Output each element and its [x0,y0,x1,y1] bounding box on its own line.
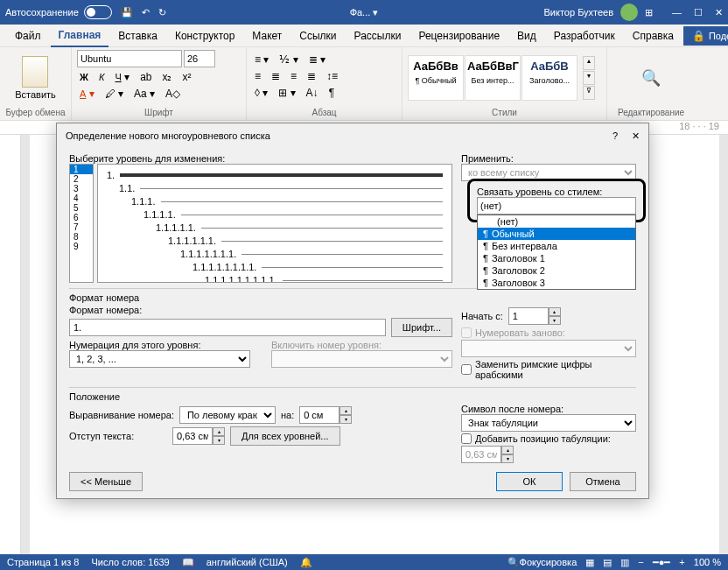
style-normal[interactable]: АаБбВв¶ Обычный [408,55,464,101]
bullets-button[interactable]: ≡ ▾ [252,53,271,67]
align-label: Выравнивание номера: [69,410,174,420]
tab-help[interactable]: Справка [625,25,682,46]
clear-format-button[interactable]: A◇ [163,87,183,101]
tab-review[interactable]: Рецензирование [410,25,508,46]
link-style-select[interactable] [477,197,636,215]
num-for-level-select[interactable]: 1, 2, 3, ... [69,350,250,368]
save-icon[interactable]: 💾 [121,7,133,18]
dialog-help-icon[interactable]: ? [612,130,618,142]
tab-design[interactable]: Конструктор [167,25,242,46]
show-marks-button[interactable]: ¶ [326,86,337,100]
user-name[interactable]: Виктор Бухтеев [544,7,613,18]
tab-mail[interactable]: Рассылки [346,25,410,46]
indent-label: Отступ текста: [69,431,167,441]
indent-input[interactable] [172,427,213,445]
view-print-icon[interactable]: ▤ [603,557,612,568]
dropdown-item[interactable]: ¶Заголовок 1 [478,252,635,264]
for-all-levels-button[interactable]: Для всех уровней... [230,426,340,446]
styles-up-icon[interactable]: ▴ [583,56,595,70]
numbering-button[interactable]: ⅟₂ ▾ [276,53,300,67]
paste-button[interactable]: Вставить [15,56,56,100]
sort-button[interactable]: A↓ [304,86,321,100]
num-format-input[interactable] [69,319,386,336]
level-list[interactable]: 1 2 3 4 5 6 7 8 9 [69,164,94,283]
tab-view[interactable]: Вид [509,25,544,46]
status-accessibility-icon[interactable]: 🔔 [300,557,312,568]
autosave-toggle[interactable] [84,5,112,19]
tab-dev[interactable]: Разработчик [546,25,623,46]
maximize-icon[interactable]: ☐ [694,7,703,18]
dialog-close-icon[interactable]: ✕ [632,130,640,142]
symbol-after-select[interactable]: Знак табуляции [461,414,636,432]
multilevel-button[interactable]: ≣ ▾ [306,53,328,67]
bold-button[interactable]: Ж [77,70,91,84]
at-input[interactable] [299,406,340,424]
tab-layout[interactable]: Макет [244,25,290,46]
zoom-out-icon[interactable]: − [638,557,643,567]
spin-up[interactable]: ▴ [549,307,561,316]
autosave-label: Автосохранение [5,7,79,18]
less-button[interactable]: << Меньше [69,472,143,491]
subscript-button[interactable]: x₂ [159,70,174,84]
zoom-slider[interactable]: ━●━ [653,557,671,568]
include-level-select [271,350,452,368]
zoom-level[interactable]: 100 % [694,557,721,567]
close-icon[interactable]: ✕ [715,7,723,18]
italic-button[interactable]: К [96,70,107,84]
dropdown-item[interactable]: ¶Заголовок 2 [478,264,635,277]
status-words[interactable]: Число слов: 1639 [91,557,169,567]
status-page[interactable]: Страница 1 из 8 [7,557,79,567]
dropdown-item[interactable]: (нет) [478,215,635,228]
borders-button[interactable]: ⊞ ▾ [276,86,298,100]
strike-button[interactable]: ab [137,70,154,84]
underline-button[interactable]: Ч ▾ [112,70,132,84]
dropdown-item-selected[interactable]: ¶Обычный [478,228,635,240]
line-spacing-button[interactable]: ↕≡ [324,69,340,83]
tab-file[interactable]: Файл [7,25,49,46]
renumber-select [461,340,636,357]
status-lang[interactable]: английский (США) [206,557,288,567]
minimize-icon[interactable]: — [672,7,682,18]
tab-home[interactable]: Главная [51,25,109,47]
ribbon-display-icon[interactable]: ⊞ [645,7,653,18]
list-preview: 1. 1.1. 1.1.1. 1.1.1.1. 1.1.1.1.1. 1.1.1… [97,164,452,283]
find-icon[interactable]: 🔍 [641,68,661,88]
view-read-icon[interactable]: ▦ [585,557,594,568]
highlight-button[interactable]: 🖊 ▾ [102,87,126,101]
focus-button[interactable]: 🔍Фокусировка [508,557,578,568]
undo-icon[interactable]: ↶ [142,7,150,18]
cancel-button[interactable]: Отмена [570,472,636,491]
superscript-button[interactable]: x² [179,70,193,84]
share-button[interactable]: 🔒 Поделиться [683,26,728,46]
redo-icon[interactable]: ↻ [158,7,166,18]
view-web-icon[interactable]: ▥ [620,557,629,568]
align-center-button[interactable]: ≣ [269,69,283,83]
style-heading1[interactable]: АаБбВЗаголово... [522,55,578,101]
justify-button[interactable]: ≣ [304,69,318,83]
replace-roman-checkbox[interactable] [461,364,472,375]
font-name-select[interactable] [77,50,182,67]
status-spellcheck-icon[interactable]: 📖 [182,557,194,568]
styles-more-icon[interactable]: ⊽ [583,86,595,100]
add-tab-checkbox[interactable] [461,433,472,444]
avatar[interactable] [620,4,638,21]
start-at-input[interactable] [508,307,549,325]
align-right-button[interactable]: ≡ [288,69,299,83]
tab-refs[interactable]: Ссылки [291,25,344,46]
zoom-in-icon[interactable]: + [679,557,684,567]
font-button[interactable]: Шрифт... [391,318,452,337]
align-select[interactable]: По левому краю [179,406,276,424]
link-style-dropdown[interactable]: (нет) ¶Обычный ¶Без интервала ¶Заголовок… [477,215,636,290]
font-color-button[interactable]: A ▾ [77,87,97,101]
ok-button[interactable]: ОК [496,472,563,491]
style-nospacing[interactable]: АаБбВвГБез интер... [465,55,521,101]
shading-button[interactable]: ◊ ▾ [252,86,270,100]
change-case-button[interactable]: Aa ▾ [131,87,158,101]
tab-insert[interactable]: Вставка [110,25,165,46]
spin-down[interactable]: ▾ [549,316,561,325]
styles-down-icon[interactable]: ▾ [583,71,595,85]
font-size-select[interactable] [184,50,215,67]
align-left-button[interactable]: ≡ [252,69,263,83]
dropdown-item[interactable]: ¶Без интервала [478,240,635,252]
dropdown-item[interactable]: ¶Заголовок 3 [478,277,635,289]
